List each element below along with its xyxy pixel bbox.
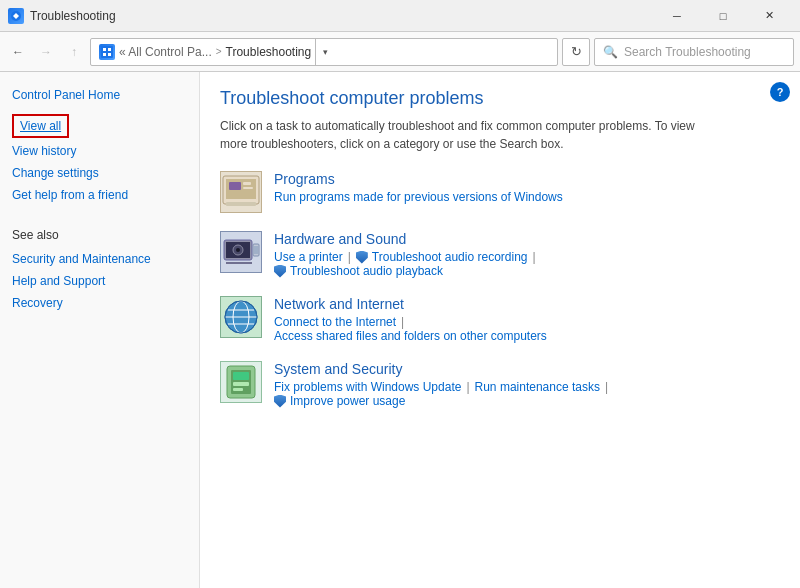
title-bar: Troubleshooting ─ □ ✕: [0, 0, 800, 32]
system-sep-2: |: [605, 380, 608, 394]
help-button[interactable]: ?: [770, 82, 790, 102]
maximize-button[interactable]: □: [700, 0, 746, 32]
hardware-link-audio-play[interactable]: Troubleshoot audio playback: [290, 264, 443, 278]
network-link-shared[interactable]: Access shared files and folders on other…: [274, 329, 547, 343]
system-sep-1: |: [466, 380, 469, 394]
network-links-2: Access shared files and folders on other…: [274, 329, 780, 343]
sidebar-change-settings[interactable]: Change settings: [12, 164, 187, 182]
see-also-label: See also: [12, 228, 187, 242]
address-bar: ← → ↑ « All Control Pa... > Troubleshoot…: [0, 32, 800, 72]
hardware-link-audio-rec[interactable]: Troubleshoot audio recording: [372, 250, 528, 264]
system-links: Fix problems with Windows Update | Run m…: [274, 380, 780, 394]
sidebar: Control Panel Home View all View history…: [0, 72, 200, 588]
system-link-maintenance[interactable]: Run maintenance tasks: [475, 380, 600, 394]
content-area: ? Troubleshoot computer problems Click o…: [200, 72, 800, 588]
system-shield-1: [274, 395, 288, 408]
sidebar-security-maintenance[interactable]: Security and Maintenance: [12, 250, 187, 268]
system-link-power[interactable]: Improve power usage: [290, 394, 405, 408]
hardware-links: Use a printer | Troubleshoot audio recor…: [274, 250, 780, 264]
back-button[interactable]: ←: [6, 40, 30, 64]
network-links: Connect to the Internet |: [274, 315, 780, 329]
minimize-button[interactable]: ─: [654, 0, 700, 32]
svg-rect-3: [108, 48, 111, 51]
network-link-connect[interactable]: Connect to the Internet: [274, 315, 396, 329]
network-title[interactable]: Network and Internet: [274, 296, 780, 312]
content-description: Click on a task to automatically trouble…: [220, 117, 700, 153]
title-bar-title: Troubleshooting: [30, 9, 654, 23]
programs-content: Programs Run programs made for previous …: [274, 171, 780, 204]
svg-rect-11: [226, 202, 256, 206]
programs-link-run[interactable]: Run programs made for previous versions …: [274, 190, 563, 204]
svg-rect-18: [226, 262, 252, 264]
title-bar-icon: [8, 8, 24, 24]
content-title: Troubleshoot computer problems: [220, 88, 780, 109]
sidebar-recovery[interactable]: Recovery: [12, 294, 187, 312]
svg-rect-10: [243, 187, 253, 189]
search-icon: 🔍: [603, 45, 618, 59]
category-system: System and Security Fix problems with Wi…: [220, 361, 780, 408]
address-icon: [99, 44, 115, 60]
hardware-links-2: Troubleshoot audio playback: [274, 264, 780, 278]
category-network: Network and Internet Connect to the Inte…: [220, 296, 780, 343]
system-content: System and Security Fix problems with Wi…: [274, 361, 780, 408]
system-title[interactable]: System and Security: [274, 361, 780, 377]
network-sep-1: |: [401, 315, 404, 329]
svg-point-15: [236, 248, 240, 252]
svg-rect-1: [101, 46, 113, 58]
system-icon: [220, 361, 262, 403]
svg-rect-8: [229, 182, 241, 190]
path-active: Troubleshooting: [226, 45, 312, 59]
sidebar-control-panel-home[interactable]: Control Panel Home: [12, 88, 187, 102]
forward-button[interactable]: →: [34, 40, 58, 64]
sidebar-get-help[interactable]: Get help from a friend: [12, 186, 187, 204]
main-container: Control Panel Home View all View history…: [0, 72, 800, 588]
refresh-button[interactable]: ↻: [562, 38, 590, 66]
svg-rect-29: [233, 388, 243, 391]
address-dropdown-button[interactable]: ▾: [315, 38, 335, 66]
address-path: « All Control Pa... > Troubleshooting: [119, 45, 311, 59]
programs-links: Run programs made for previous versions …: [274, 190, 780, 204]
hardware-content: Hardware and Sound Use a printer | Troub…: [274, 231, 780, 278]
hardware-icon: [220, 231, 262, 273]
sidebar-view-history[interactable]: View history: [12, 142, 187, 160]
system-links-2: Improve power usage: [274, 394, 780, 408]
hardware-sep-1: |: [348, 250, 351, 264]
category-hardware: Hardware and Sound Use a printer | Troub…: [220, 231, 780, 278]
category-programs: Programs Run programs made for previous …: [220, 171, 780, 213]
svg-rect-5: [108, 53, 111, 56]
view-all-box: View all: [12, 114, 69, 138]
programs-icon: [220, 171, 262, 213]
sidebar-help-support[interactable]: Help and Support: [12, 272, 187, 290]
hardware-sep-2: |: [532, 250, 535, 264]
title-bar-controls: ─ □ ✕: [654, 0, 792, 32]
up-button[interactable]: ↑: [62, 40, 86, 64]
svg-rect-9: [243, 182, 251, 185]
search-placeholder: Search Troubleshooting: [624, 45, 751, 59]
path-separator: >: [216, 46, 222, 57]
hardware-shield-1: [356, 251, 370, 264]
hardware-shield-2: [274, 265, 288, 278]
network-content: Network and Internet Connect to the Inte…: [274, 296, 780, 343]
svg-rect-28: [233, 382, 249, 386]
address-field[interactable]: « All Control Pa... > Troubleshooting ▾: [90, 38, 558, 66]
hardware-link-printer[interactable]: Use a printer: [274, 250, 343, 264]
programs-title[interactable]: Programs: [274, 171, 780, 187]
svg-rect-2: [103, 48, 106, 51]
svg-rect-17: [254, 246, 258, 254]
search-box[interactable]: 🔍 Search Troubleshooting: [594, 38, 794, 66]
path-gray: « All Control Pa...: [119, 45, 212, 59]
svg-rect-4: [103, 53, 106, 56]
network-icon: [220, 296, 262, 338]
svg-rect-27: [233, 372, 249, 380]
system-link-windows-update[interactable]: Fix problems with Windows Update: [274, 380, 461, 394]
close-button[interactable]: ✕: [746, 0, 792, 32]
view-all-link[interactable]: View all: [20, 119, 61, 133]
hardware-title[interactable]: Hardware and Sound: [274, 231, 780, 247]
